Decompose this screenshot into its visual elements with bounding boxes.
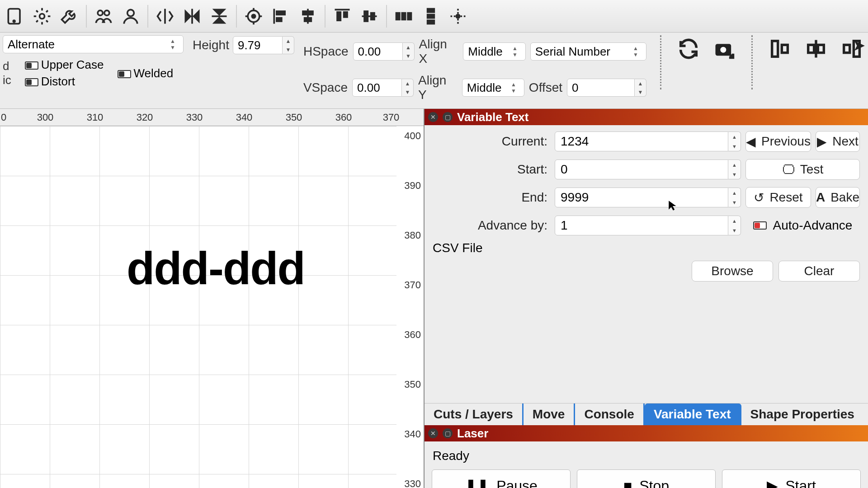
mirror-v-icon[interactable]	[206, 3, 232, 29]
laser-header: ✕ ▢ Laser	[425, 425, 868, 441]
test-button[interactable]: 🖵Test	[745, 159, 860, 180]
main-toolbar	[0, 0, 868, 33]
distort-toggle[interactable]	[25, 78, 38, 86]
tab-cuts-layers[interactable]: Cuts / Layers	[425, 404, 524, 425]
start-button[interactable]: ▶Start	[722, 469, 861, 488]
variable-text-header: ✕ ▢ Variable Text	[425, 109, 868, 125]
pause-button[interactable]: ❚❚Pause	[432, 469, 571, 488]
panel-title: Variable Text	[457, 110, 529, 124]
tab-shape-properties[interactable]: Shape Properties	[741, 404, 863, 425]
monitor-icon: 🖵	[782, 162, 795, 177]
aligny-select[interactable]: Middle▲▼	[462, 79, 524, 97]
dock-icon[interactable]: ▢	[443, 428, 453, 438]
upper-case-toggle[interactable]	[25, 61, 38, 70]
svg-point-7	[252, 14, 255, 18]
align-left-icon[interactable]	[268, 3, 294, 29]
stop-button[interactable]: ■Stop	[577, 469, 716, 488]
height-input[interactable]: ▲▼	[233, 36, 294, 54]
separator	[86, 5, 87, 28]
person-icon[interactable]	[118, 3, 144, 29]
advance-label: Advance by:	[433, 218, 550, 233]
svg-rect-19	[428, 9, 434, 12]
laser-body: Ready ❚❚Pause ■Stop ▶Start	[425, 441, 868, 488]
svg-rect-28	[818, 45, 824, 52]
upper-case-label: Upper Case	[41, 58, 104, 71]
align-center-icon[interactable]	[295, 3, 321, 29]
svg-rect-29	[844, 45, 850, 52]
end-label: End:	[433, 190, 550, 205]
aligny-label: Align Y	[418, 73, 458, 102]
end-input[interactable]: ▲▼	[555, 188, 741, 207]
svg-rect-14	[364, 11, 368, 21]
target-icon[interactable]	[241, 3, 267, 29]
align-obj-left-icon[interactable]	[766, 35, 793, 62]
tab-move[interactable]: Move	[524, 404, 576, 425]
dist-v-icon[interactable]	[418, 3, 444, 29]
auto-advance-label: Auto-Advance	[773, 218, 853, 233]
alignx-select[interactable]: Middle▲▼	[463, 42, 526, 61]
clear-button[interactable]: Clear	[778, 261, 860, 282]
align-obj-center-icon[interactable]	[802, 35, 830, 62]
font-select-value: Alternate	[8, 38, 55, 52]
tab-variable-text[interactable]: Variable Text	[645, 404, 741, 425]
mirror-h-icon[interactable]	[179, 3, 205, 29]
advance-input[interactable]: ▲▼	[555, 216, 741, 235]
separator	[325, 5, 326, 28]
main-area: 0 300 310 320 330 340 350 360 370 400 39…	[0, 109, 868, 488]
svg-rect-25	[772, 41, 778, 57]
browse-button[interactable]: Browse	[692, 261, 773, 282]
canvas[interactable]: 0 300 310 320 330 340 350 360 370 400 39…	[0, 109, 425, 488]
svg-point-4	[104, 10, 109, 15]
camera-export-icon[interactable]	[711, 35, 738, 62]
vspace-input[interactable]: ▲▼	[352, 79, 414, 97]
gear-icon[interactable]	[29, 3, 55, 29]
reset-button[interactable]: ↺Reset	[745, 187, 811, 208]
current-input[interactable]: ▲▼	[555, 131, 741, 151]
mode-select[interactable]: Serial Number▲▼	[530, 42, 646, 61]
tab-console[interactable]: Console	[575, 404, 644, 425]
svg-rect-26	[782, 45, 788, 52]
csv-file-label: CSV File	[433, 241, 482, 255]
group-icon[interactable]	[90, 3, 117, 29]
start-input[interactable]: ▲▼	[555, 160, 741, 179]
current-label: Current:	[433, 134, 550, 149]
wrench-icon[interactable]	[56, 3, 82, 29]
welded-toggle[interactable]	[118, 70, 131, 78]
chevron-right-icon: ▶	[817, 134, 827, 149]
device-icon[interactable]	[2, 3, 28, 29]
canvas-text-object[interactable]: ddd-ddd	[127, 242, 305, 295]
close-icon[interactable]: ✕	[428, 112, 438, 122]
svg-point-24	[721, 47, 726, 53]
auto-advance-toggle[interactable]	[753, 221, 767, 230]
vspace-label: VSpace	[303, 80, 348, 95]
flip-h-icon[interactable]	[152, 3, 178, 29]
close-icon[interactable]: ✕	[428, 428, 438, 438]
svg-point-5	[127, 9, 134, 16]
svg-rect-11	[305, 18, 311, 21]
alignx-label: Align X	[419, 37, 459, 66]
hspace-label: HSpace	[303, 44, 349, 59]
chevron-left-icon: ◀	[746, 134, 756, 149]
right-panel: ✕ ▢ Variable Text Current: ▲▼ ◀Previous …	[425, 109, 868, 488]
offset-input[interactable]: ▲▼	[567, 79, 646, 97]
align-middle-icon[interactable]	[356, 3, 382, 29]
svg-point-3	[98, 10, 103, 15]
svg-rect-12	[337, 12, 340, 20]
welded-label: Welded	[134, 66, 174, 80]
overflow-icon[interactable]: ➤	[853, 36, 865, 54]
next-button[interactable]: ▶Next	[816, 131, 860, 152]
hspace-input[interactable]: ▲▼	[353, 42, 415, 61]
dock-icon[interactable]: ▢	[443, 112, 453, 122]
dist-h-icon[interactable]	[391, 3, 417, 29]
pause-icon: ❚❚	[465, 477, 489, 488]
distort-label: Distort	[41, 75, 75, 88]
svg-rect-18	[408, 13, 411, 19]
align-top-icon[interactable]	[329, 3, 355, 29]
font-select[interactable]: Alternate ▲▼	[3, 35, 184, 53]
offset-icon[interactable]	[445, 3, 471, 29]
svg-point-2	[40, 14, 45, 19]
svg-rect-9	[277, 18, 282, 21]
bake-button[interactable]: ABake	[816, 187, 860, 208]
previous-button[interactable]: ◀Previous	[745, 131, 811, 152]
refresh-icon[interactable]	[675, 35, 702, 62]
